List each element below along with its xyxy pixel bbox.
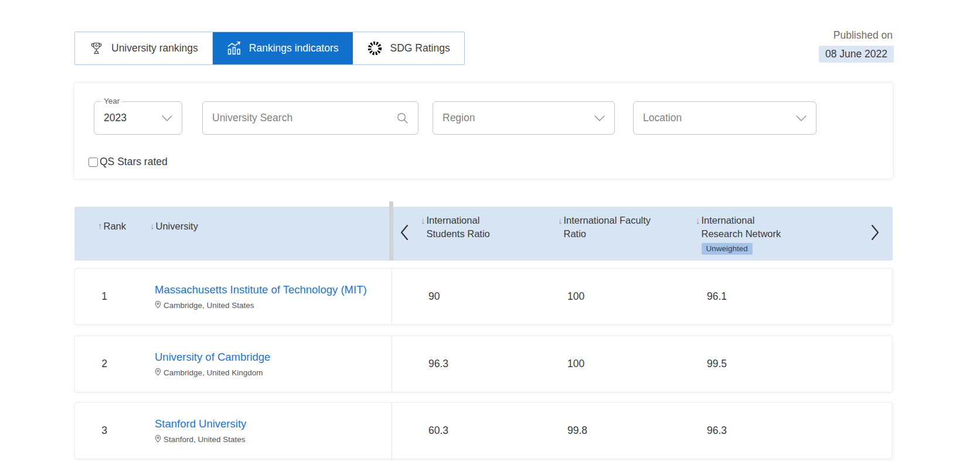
search-icon — [396, 112, 409, 124]
university-cell: Stanford University Stanford, United Sta… — [155, 403, 246, 458]
region-select[interactable]: Region — [433, 101, 615, 135]
table-row: 3 Stanford University Stanford, United S… — [74, 402, 893, 459]
intl-research-network-value: 99.5 — [707, 336, 727, 392]
column-divider — [392, 403, 392, 458]
university-link[interactable]: University of Cambridge — [155, 351, 270, 364]
intl-faculty-ratio-value: 99.8 — [567, 403, 587, 458]
rankings-tab-bar: University rankings Rankings indicators — [74, 32, 465, 65]
column-label: International Research Network — [702, 214, 797, 241]
location-text: Cambridge, United States — [164, 301, 254, 310]
tab-label: SDG Ratings — [390, 42, 450, 54]
year-select[interactable]: Year 2023 — [94, 101, 182, 135]
intl-faculty-ratio-value: 100 — [567, 269, 584, 324]
rank-cell: 3 — [93, 403, 116, 458]
column-header-rank[interactable]: ↑ Rank — [98, 221, 126, 232]
column-divider — [392, 269, 392, 324]
tab-rankings-indicators[interactable]: Rankings indicators — [213, 32, 353, 64]
location-select[interactable]: Location — [633, 101, 816, 135]
tab-sdg-ratings[interactable]: SDG Ratings — [353, 32, 464, 64]
column-header-university[interactable]: ↓ University — [150, 221, 198, 232]
chevron-down-icon — [796, 115, 807, 121]
sort-desc-icon: ↓ — [150, 221, 155, 232]
university-location: Cambridge, United States — [155, 300, 367, 310]
chevron-down-icon — [162, 115, 172, 121]
location-pin-icon — [155, 368, 161, 378]
location-pin-icon — [155, 300, 161, 310]
sort-desc-icon: ↓ — [696, 214, 700, 255]
column-label: University — [156, 221, 198, 232]
rank-cell: 2 — [93, 336, 116, 392]
table-row: 1 Massachusetts Institute of Technology … — [74, 268, 893, 325]
column-split-handle[interactable] — [389, 201, 393, 261]
scroll-right-button[interactable] — [867, 220, 883, 248]
column-label: International Students Ratio — [427, 214, 512, 241]
location-select-placeholder: Location — [643, 112, 682, 124]
tab-university-rankings[interactable]: University rankings — [75, 32, 213, 64]
intl-research-network-value: 96.1 — [707, 269, 727, 324]
sort-asc-icon: ↑ — [98, 221, 103, 232]
qs-stars-checkbox[interactable] — [89, 158, 98, 167]
tab-label: University rankings — [111, 42, 198, 54]
intl-students-ratio-value: 96.3 — [428, 336, 448, 392]
qs-stars-filter[interactable]: QS Stars rated — [89, 156, 168, 168]
region-select-placeholder: Region — [443, 112, 475, 124]
qs-stars-label: QS Stars rated — [100, 156, 168, 168]
sort-desc-icon: ↓ — [558, 214, 563, 241]
university-cell: University of Cambridge Cambridge, Unite… — [155, 336, 270, 392]
university-search-input[interactable] — [212, 112, 396, 124]
location-text: Stanford, United States — [164, 435, 246, 444]
trophy-icon — [89, 41, 104, 56]
unweighted-badge: Unweighted — [702, 243, 753, 255]
column-label: International Faculty Ratio — [564, 214, 668, 241]
published-date-badge: 08 June 2022 — [819, 46, 894, 63]
university-location: Cambridge, United Kingdom — [155, 368, 270, 378]
column-label: Rank — [104, 221, 127, 232]
filters-panel: Year 2023 Region Location QS S — [74, 83, 893, 179]
chevron-left-icon — [400, 224, 409, 243]
university-search-field — [202, 101, 418, 135]
university-link[interactable]: Massachusetts Institute of Technology (M… — [155, 283, 367, 296]
column-divider — [392, 336, 392, 392]
table-row: 2 University of Cambridge Cambridge, Uni… — [74, 336, 893, 392]
chevron-right-icon — [871, 224, 880, 243]
university-link[interactable]: Stanford University — [155, 417, 246, 430]
column-header-intl-research-network[interactable]: ↓ International Research Network Unweigh… — [696, 214, 797, 255]
published-on-label: Published on — [833, 29, 893, 42]
chevron-down-icon — [594, 115, 605, 121]
intl-students-ratio-value: 60.3 — [428, 403, 448, 458]
intl-faculty-ratio-value: 100 — [567, 336, 584, 392]
year-select-label: Year — [101, 97, 122, 105]
scroll-left-button[interactable] — [396, 220, 412, 248]
column-header-intl-students-ratio[interactable]: ↓ International Students Ratio — [421, 214, 512, 241]
rankings-page: University rankings Rankings indicators — [0, 0, 980, 462]
table-header: ↑ Rank ↓ University ↓ International Stud… — [74, 207, 893, 261]
location-text: Cambridge, United Kingdom — [164, 368, 263, 377]
sort-desc-icon: ↓ — [421, 214, 426, 241]
location-pin-icon — [155, 434, 161, 444]
chart-icon — [227, 41, 241, 56]
rank-cell: 1 — [93, 269, 116, 324]
sdg-ring-icon — [367, 40, 383, 56]
university-location: Stanford, United States — [155, 434, 246, 444]
intl-research-network-value: 96.3 — [707, 403, 727, 458]
tab-label: Rankings indicators — [249, 42, 339, 54]
year-select-value: 2023 — [104, 112, 127, 124]
column-header-intl-faculty-ratio[interactable]: ↓ International Faculty Ratio — [558, 214, 668, 241]
intl-students-ratio-value: 90 — [428, 269, 440, 324]
university-cell: Massachusetts Institute of Technology (M… — [155, 269, 367, 324]
